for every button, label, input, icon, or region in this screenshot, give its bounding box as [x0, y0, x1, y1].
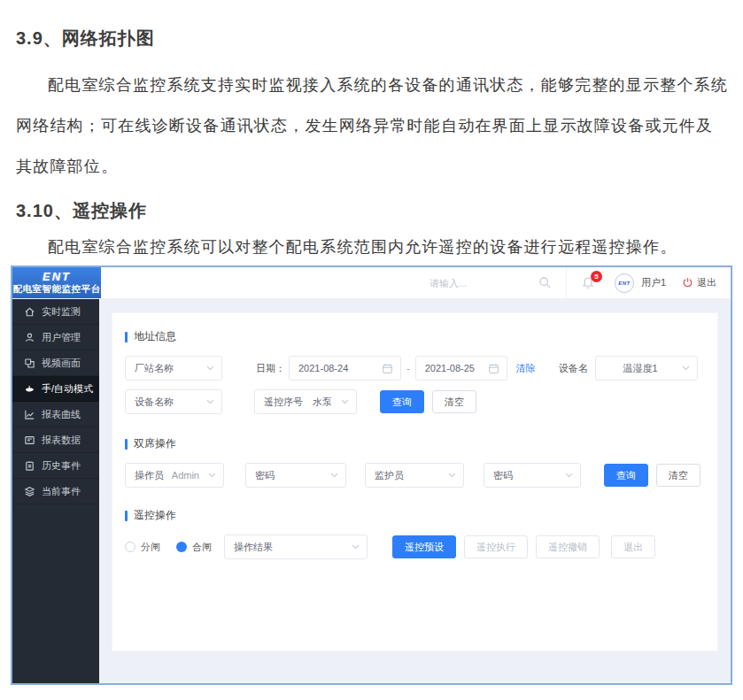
- chevron-down-icon: [203, 473, 216, 478]
- operator-password-select[interactable]: 密码: [245, 463, 346, 488]
- device-label: 设备名: [559, 362, 588, 375]
- monitoring-app-window: ENT 配电室智能监控平台 5: [11, 265, 732, 685]
- remote-exit-button[interactable]: 退出: [611, 535, 655, 558]
- remote-no-select[interactable]: 遥控序号 水泵: [254, 389, 357, 414]
- chevron-down-icon: [336, 399, 349, 404]
- search-icon[interactable]: [538, 276, 552, 289]
- date-to-value: 2021-08-25: [425, 363, 475, 373]
- document-page: 3.9、网络拓扑图 配电室综合监控系统支持实时监视接入系统的各设备的通讯状态，能…: [0, 0, 743, 262]
- logout-label: 退出: [697, 276, 716, 289]
- radio-open-switch[interactable]: 分闸: [125, 541, 160, 554]
- dual-clear-button[interactable]: 清空: [656, 464, 700, 487]
- date-from-value: 2021-08-24: [298, 363, 348, 373]
- sidebar-item-label: 当前事件: [42, 485, 81, 498]
- sidebar-item-history-events[interactable]: 历史事件: [12, 453, 99, 479]
- report-icon: [24, 435, 35, 446]
- operation-result-label: 操作结果: [234, 541, 273, 554]
- sidebar-item-report-curve[interactable]: 报表曲线: [12, 402, 99, 427]
- radio-unchecked-icon: [125, 542, 135, 552]
- address-clear-button[interactable]: 清空: [432, 390, 476, 413]
- sidebar-item-label: 报表数据: [42, 434, 81, 447]
- chevron-down-icon: [560, 473, 573, 478]
- radio-close-label: 合闸: [192, 541, 212, 554]
- remote-no-label: 遥控序号: [264, 396, 303, 409]
- date-separator: -: [406, 363, 410, 373]
- operator-select[interactable]: 操作员 Admin: [125, 463, 224, 488]
- sidebar-item-user-management[interactable]: 用户管理: [12, 325, 99, 350]
- home-icon: [24, 306, 35, 318]
- main-area: 地址信息 厂站名称 日期： 2021-08-24: [99, 299, 731, 683]
- hand-icon: [24, 383, 35, 395]
- address-section-title: 地址信息: [125, 329, 705, 344]
- remote-no-value: 水泵: [313, 396, 332, 409]
- operator-value: Admin: [172, 470, 199, 481]
- layers-icon: [24, 486, 35, 497]
- sidebar-item-report-data[interactable]: 报表数据: [12, 427, 99, 453]
- chevron-down-icon: [677, 365, 690, 371]
- remote-section-title: 遥控操作: [125, 508, 705, 523]
- operator-label: 操作员: [135, 469, 164, 482]
- sidebar-item-label: 历史事件: [42, 459, 81, 473]
- radio-open-label: 分闸: [141, 541, 160, 554]
- search-input[interactable]: [428, 277, 538, 289]
- date-from-input[interactable]: 2021-08-24: [289, 356, 401, 381]
- operation-result-select[interactable]: 操作结果: [224, 535, 368, 559]
- app-logo: ENT 配电室智能监控平台: [12, 267, 101, 298]
- calendar-icon: [483, 363, 499, 374]
- notification-bell[interactable]: 5: [579, 274, 597, 292]
- clear-date-link[interactable]: 清除: [516, 362, 536, 375]
- sidebar: 实时监测 用户管理 视频画面: [12, 299, 99, 683]
- section-heading-3-9: 3.9、网络拓扑图: [16, 27, 729, 50]
- sidebar-item-video-screen[interactable]: 视频画面: [12, 350, 99, 376]
- dual-row: 操作员 Admin 密码 监护员: [125, 463, 705, 488]
- date-label: 日期：: [256, 362, 285, 375]
- guardian-password-select[interactable]: 密码: [484, 463, 581, 488]
- app-body: 实时监测 用户管理 视频画面: [12, 299, 731, 683]
- station-name-value: 厂站名称: [135, 362, 174, 375]
- section-heading-3-10: 3.10、遥控操作: [16, 199, 729, 223]
- sidebar-item-realtime-monitor[interactable]: 实时监测: [12, 299, 99, 325]
- dual-query-button[interactable]: 查询: [604, 464, 648, 487]
- logout-button[interactable]: 退出: [682, 276, 716, 289]
- avatar-text: ENT: [618, 281, 631, 286]
- remote-execute-button[interactable]: 遥控执行: [464, 535, 528, 558]
- chevron-down-icon: [201, 399, 214, 404]
- search-box[interactable]: [419, 267, 561, 299]
- chevron-down-icon: [201, 365, 214, 371]
- power-icon: [682, 277, 693, 288]
- radio-close-switch[interactable]: 合闸: [176, 541, 212, 554]
- device-name-value: 设备名称: [135, 396, 174, 409]
- guardian-label: 监护员: [375, 469, 404, 482]
- sidebar-item-current-events[interactable]: 当前事件: [12, 479, 99, 504]
- notification-badge: 5: [591, 271, 602, 282]
- video-icon: [24, 358, 35, 369]
- date-to-input[interactable]: 2021-08-25: [415, 356, 507, 381]
- address-row-1: 厂站名称 日期： 2021-08-24 - 20: [125, 356, 705, 381]
- address-row-2: 设备名称 遥控序号 水泵 查询 清空: [125, 389, 705, 414]
- remote-preset-button[interactable]: 遥控预设: [392, 535, 456, 558]
- radio-checked-icon: [176, 542, 187, 552]
- chevron-down-icon: [325, 473, 338, 478]
- chevron-down-icon: [346, 544, 360, 550]
- device-select[interactable]: 温湿度1: [595, 356, 698, 381]
- device-select-value: 温湿度1: [605, 362, 677, 375]
- sidebar-item-label: 视频画面: [42, 357, 81, 370]
- sidebar-item-label: 实时监测: [42, 305, 81, 319]
- section-paragraph-3-9: 配电室综合监控系统支持实时监视接入系统的各设备的通讯状态，能够完整的显示整个系统…: [16, 65, 729, 187]
- station-name-select[interactable]: 厂站名称: [125, 356, 222, 381]
- avatar[interactable]: ENT: [615, 273, 634, 293]
- guardian-password-label: 密码: [493, 469, 513, 482]
- remote-revoke-button[interactable]: 遥控撤销: [536, 535, 600, 558]
- form-card: 地址信息 厂站名称 日期： 2021-08-24: [112, 312, 718, 651]
- guardian-select[interactable]: 监护员: [365, 463, 464, 488]
- sidebar-item-label: 用户管理: [42, 331, 81, 344]
- address-query-button[interactable]: 查询: [380, 390, 424, 413]
- dual-section-title: 双席操作: [125, 436, 705, 451]
- header-divider: [566, 267, 567, 299]
- calendar-icon: [376, 363, 393, 374]
- device-name-select[interactable]: 设备名称: [125, 389, 222, 414]
- header-right: 5 ENT 用户1 退出: [419, 267, 731, 298]
- logo-brand-text: ENT: [43, 271, 71, 282]
- sidebar-item-manual-auto-mode[interactable]: 手/自动模式: [12, 376, 99, 402]
- username-label: 用户1: [641, 276, 666, 289]
